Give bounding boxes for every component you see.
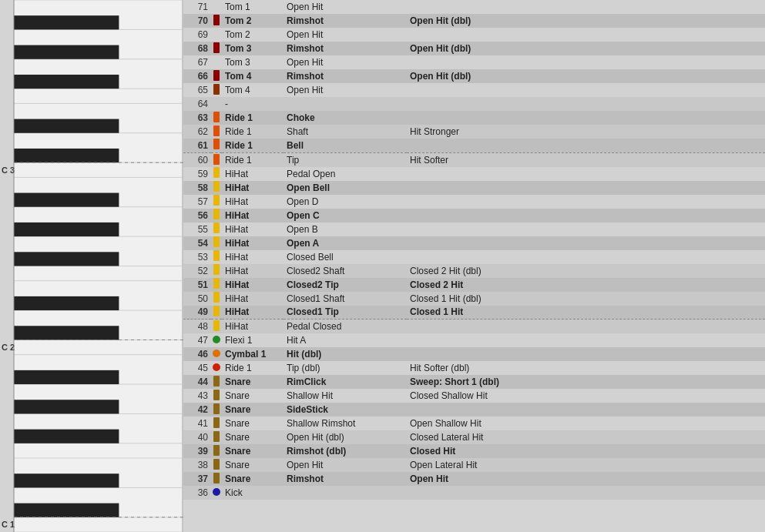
note-color xyxy=(211,236,222,250)
alt-hit: Open Hit xyxy=(407,472,765,486)
note-number: 62 xyxy=(183,125,211,139)
instrument-name: Ride 1 xyxy=(222,152,284,167)
note-color xyxy=(211,69,222,83)
alt-hit xyxy=(407,486,765,500)
alt-hit: Open Hit (dbl) xyxy=(407,42,765,55)
note-number: 55 xyxy=(183,223,211,236)
hit-type: Open Hit xyxy=(284,83,407,97)
instrument-name: Tom 2 xyxy=(222,28,284,42)
hit-type: Open C xyxy=(284,209,407,223)
note-color xyxy=(211,152,222,167)
alt-hit: Hit Stronger xyxy=(407,125,765,139)
alt-hit: Closed 2 Hit (dbl) xyxy=(407,264,765,278)
instrument-name: HiHat xyxy=(222,236,284,250)
note-color xyxy=(211,486,222,500)
hit-type: Rimshot xyxy=(284,69,407,83)
note-color xyxy=(211,430,222,444)
alt-hit xyxy=(407,28,765,42)
hit-type: Closed2 Tip xyxy=(284,278,407,292)
note-number: 59 xyxy=(183,167,211,181)
alt-hit xyxy=(407,0,765,14)
note-color xyxy=(211,42,222,55)
instrument-name: HiHat xyxy=(222,167,284,181)
hit-type: Pedal Closed xyxy=(284,320,407,334)
note-color xyxy=(211,14,222,28)
alt-hit: Sweep: Short 1 (dbl) xyxy=(407,375,765,389)
instrument-name: HiHat xyxy=(222,306,284,320)
hit-type: Rimshot xyxy=(284,472,407,486)
note-number: 65 xyxy=(183,83,211,97)
instrument-name: Snare xyxy=(222,375,284,389)
instrument-name: Snare xyxy=(222,389,284,403)
note-number: 58 xyxy=(183,181,211,195)
note-number: 64 xyxy=(183,97,211,111)
alt-hit: Hit Softer (dbl) xyxy=(407,361,765,375)
instrument-name: HiHat xyxy=(222,320,284,334)
note-color xyxy=(211,0,222,14)
instrument-name: HiHat xyxy=(222,292,284,306)
alt-hit xyxy=(407,111,765,125)
instrument-name: Cymbal 1 xyxy=(222,347,284,361)
note-color xyxy=(211,195,222,209)
note-color xyxy=(211,306,222,320)
alt-hit: Closed 1 Hit (dbl) xyxy=(407,292,765,306)
instrument-name: Tom 1 xyxy=(222,0,284,14)
hit-type: Open Bell xyxy=(284,181,407,195)
hit-type: Shallow Rimshot xyxy=(284,417,407,430)
instrument-name: Tom 4 xyxy=(222,83,284,97)
note-number: 40 xyxy=(183,430,211,444)
note-color xyxy=(211,264,222,278)
note-color xyxy=(211,111,222,125)
note-number: 49 xyxy=(183,306,211,320)
hit-type: Open B xyxy=(284,223,407,236)
note-number: 38 xyxy=(183,458,211,472)
note-color xyxy=(211,417,222,430)
alt-hit: Closed 2 Hit xyxy=(407,278,765,292)
note-number: 46 xyxy=(183,347,211,361)
alt-hit xyxy=(407,320,765,334)
note-number: 53 xyxy=(183,250,211,264)
instrument-name: Tom 2 xyxy=(222,14,284,28)
instrument-name: Ride 1 xyxy=(222,111,284,125)
alt-hit: Open Lateral Hit xyxy=(407,458,765,472)
hit-type: Hit (dbl) xyxy=(284,347,407,361)
instrument-name: Snare xyxy=(222,458,284,472)
note-color xyxy=(211,278,222,292)
note-color xyxy=(211,223,222,236)
note-color xyxy=(211,347,222,361)
instrument-name: HiHat xyxy=(222,195,284,209)
note-color xyxy=(211,333,222,347)
note-number: 57 xyxy=(183,195,211,209)
instrument-name: HiHat xyxy=(222,209,284,223)
note-table: 71Tom 1Open Hit70Tom 2RimshotOpen Hit (d… xyxy=(183,0,765,532)
instrument-name: Flexi 1 xyxy=(222,333,284,347)
alt-hit: Closed Shallow Hit xyxy=(407,389,765,403)
note-number: 42 xyxy=(183,403,211,417)
instrument-name: Snare xyxy=(222,403,284,417)
hit-type: Closed1 Tip xyxy=(284,306,407,320)
alt-hit xyxy=(407,139,765,152)
note-color xyxy=(211,361,222,375)
hit-type: Tip xyxy=(284,152,407,167)
hit-type: Closed Bell xyxy=(284,250,407,264)
note-color xyxy=(211,181,222,195)
note-color xyxy=(211,139,222,152)
hit-type xyxy=(284,486,407,500)
note-color xyxy=(211,472,222,486)
instrument-name: Snare xyxy=(222,444,284,458)
note-number: 37 xyxy=(183,472,211,486)
note-color xyxy=(211,55,222,69)
note-number: 66 xyxy=(183,69,211,83)
note-color xyxy=(211,125,222,139)
alt-hit xyxy=(407,195,765,209)
alt-hit xyxy=(407,209,765,223)
instrument-name: HiHat xyxy=(222,278,284,292)
instrument-name: Snare xyxy=(222,417,284,430)
note-color xyxy=(211,458,222,472)
note-color xyxy=(211,167,222,181)
alt-hit: Closed Hit xyxy=(407,444,765,458)
instrument-name: Kick xyxy=(222,486,284,500)
note-color xyxy=(211,83,222,97)
note-number: 51 xyxy=(183,278,211,292)
instrument-name: Tom 3 xyxy=(222,55,284,69)
